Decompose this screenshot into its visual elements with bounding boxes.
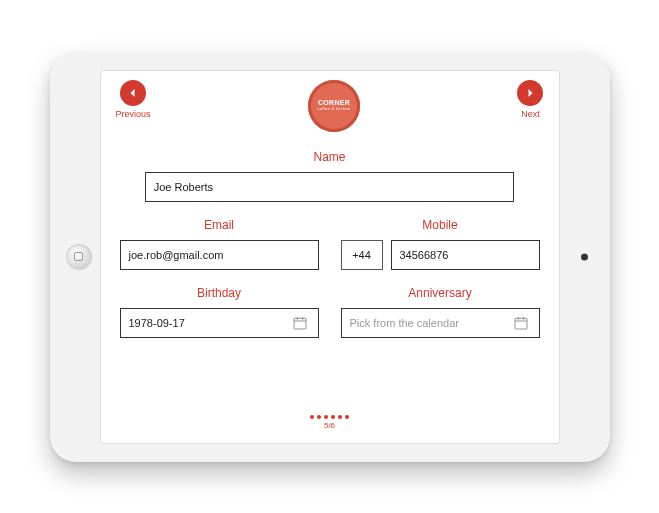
mobile-label: Mobile xyxy=(422,218,457,232)
name-label: Name xyxy=(313,150,345,164)
previous-label: Previous xyxy=(116,109,151,119)
dot xyxy=(345,415,349,419)
anniversary-field: Anniversary Pick from the calendar xyxy=(341,286,540,338)
svg-rect-0 xyxy=(294,318,306,329)
birthday-label: Birthday xyxy=(197,286,241,300)
tablet-frame: Previous CORNER coffee & kitchen Next Na… xyxy=(50,52,610,462)
chevron-right-icon xyxy=(517,80,543,106)
calendar-icon xyxy=(511,313,531,333)
dot xyxy=(338,415,342,419)
previous-button[interactable]: Previous xyxy=(116,80,151,119)
next-button[interactable]: Next xyxy=(517,80,543,119)
page-dots xyxy=(116,415,544,419)
next-label: Next xyxy=(521,109,540,119)
email-label: Email xyxy=(204,218,234,232)
anniversary-input[interactable]: Pick from the calendar xyxy=(341,308,540,338)
email-field: Email joe.rob@gmail.com xyxy=(120,218,319,270)
name-input[interactable]: Joe Roberts xyxy=(145,172,515,202)
footer: 5/6 xyxy=(116,415,544,434)
name-field: Name Joe Roberts xyxy=(120,150,540,202)
birthday-input[interactable]: 1978-09-17 xyxy=(120,308,319,338)
calendar-icon xyxy=(290,313,310,333)
anniversary-label: Anniversary xyxy=(408,286,471,300)
dot xyxy=(324,415,328,419)
dot xyxy=(317,415,321,419)
dot xyxy=(331,415,335,419)
home-button-icon xyxy=(74,252,83,261)
top-bar: Previous CORNER coffee & kitchen Next xyxy=(116,80,544,136)
dot xyxy=(310,415,314,419)
form-area: Name Joe Roberts Email joe.rob@gmail.com xyxy=(116,136,544,415)
home-button[interactable] xyxy=(66,244,92,270)
country-code-input[interactable]: +44 xyxy=(341,240,383,270)
birthday-field: Birthday 1978-09-17 xyxy=(120,286,319,338)
email-input[interactable]: joe.rob@gmail.com xyxy=(120,240,319,270)
brand-logo: CORNER coffee & kitchen xyxy=(308,80,360,132)
chevron-left-icon xyxy=(120,80,146,106)
mobile-field: Mobile +44 34566876 xyxy=(341,218,540,270)
front-camera xyxy=(581,253,588,260)
svg-rect-10 xyxy=(515,318,527,329)
app-screen: Previous CORNER coffee & kitchen Next Na… xyxy=(100,70,560,444)
brand-logo-text: CORNER coffee & kitchen xyxy=(317,99,350,111)
page-indicator: 5/6 xyxy=(116,421,544,430)
mobile-input[interactable]: 34566876 xyxy=(391,240,540,270)
